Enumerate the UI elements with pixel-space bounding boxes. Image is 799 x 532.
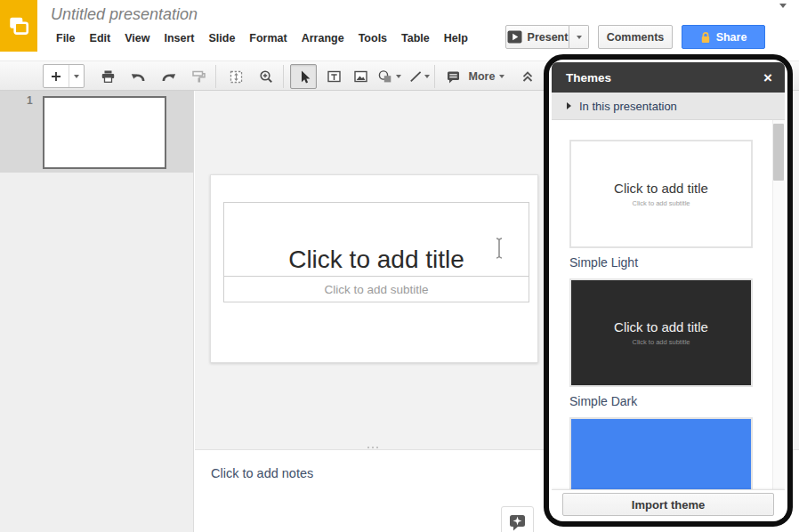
present-label: Present — [528, 31, 569, 44]
chevron-down-icon — [424, 75, 430, 78]
menu-edit[interactable]: Edit — [83, 30, 118, 46]
theme-thumbnail[interactable]: Click to add title Click to add subtitle — [569, 140, 753, 248]
theme-thumb-title: Click to add title — [614, 181, 708, 196]
themes-panel-highlight-border: Themes × In this presentation Click to a… — [544, 54, 793, 527]
share-label: Share — [716, 31, 747, 44]
shape-icon — [377, 69, 393, 84]
lock-icon — [700, 31, 711, 44]
toolbar-separator — [215, 65, 216, 88]
slide-editor[interactable]: Click to add title Click to add subtitle — [210, 174, 538, 363]
notes-placeholder-text: Click to add notes — [211, 466, 313, 480]
import-theme-button[interactable]: Import theme — [562, 493, 774, 516]
line-options-caret[interactable] — [421, 64, 432, 89]
theme-thumb-subtitle: Click to add subtitle — [632, 199, 690, 207]
themes-panel-header: Themes × — [552, 62, 785, 93]
close-icon[interactable]: × — [763, 70, 772, 85]
present-button[interactable]: Present — [505, 25, 569, 49]
fit-to-window-button[interactable] — [222, 64, 249, 89]
theme-card-simple-light[interactable]: Click to add title Click to add subtitle… — [569, 140, 753, 270]
chevron-down-icon — [74, 75, 79, 78]
menu-insert[interactable]: Insert — [157, 30, 201, 46]
menu-file[interactable]: File — [49, 30, 83, 46]
hide-menus-caret-icon[interactable] — [779, 4, 787, 8]
paint-roller-icon — [191, 69, 206, 84]
new-slide-split-button — [43, 64, 85, 88]
filmstrip-selected-row[interactable]: 1 — [0, 91, 194, 173]
import-theme-label: Import theme — [632, 498, 705, 512]
themes-panel-footer: Import theme — [552, 489, 785, 519]
subtitle-placeholder-text: Click to add subtitle — [324, 283, 428, 296]
chevron-down-icon — [577, 36, 582, 39]
collapse-toolbar-button[interactable] — [514, 64, 541, 89]
explore-star-bubble-icon — [508, 513, 527, 532]
chevron-down-icon — [499, 75, 504, 78]
app-header: Untitled presentation File Edit View Ins… — [0, 0, 799, 60]
comments-button[interactable]: Comments — [598, 25, 673, 49]
redo-icon — [161, 70, 176, 84]
share-button[interactable]: Share — [682, 25, 765, 49]
undo-icon — [131, 70, 146, 84]
menu-help[interactable]: Help — [437, 30, 475, 46]
magnifier-plus-icon — [259, 69, 274, 85]
theme-thumbnail[interactable]: Click to add title Click to add subtitle — [569, 417, 753, 489]
print-button[interactable] — [94, 64, 121, 89]
document-title[interactable]: Untitled presentation — [51, 5, 198, 24]
toolbar-separator — [434, 65, 435, 88]
present-play-icon — [507, 30, 522, 44]
menu-slide[interactable]: Slide — [201, 30, 242, 46]
theme-name-label: Simple Light — [569, 255, 753, 270]
theme-thumbnail[interactable]: Click to add title Click to add subtitle — [569, 278, 753, 387]
paint-format-button[interactable] — [185, 64, 212, 89]
image-icon — [353, 69, 368, 84]
double-chevron-up-icon — [521, 69, 535, 84]
slide-thumbnail[interactable] — [43, 96, 166, 169]
menu-arrange[interactable]: Arrange — [295, 30, 351, 46]
fit-window-icon — [229, 69, 244, 85]
zoom-button[interactable] — [253, 64, 279, 89]
theme-card-simple-dark[interactable]: Click to add title Click to add subtitle… — [569, 278, 753, 409]
chevron-down-icon — [396, 75, 401, 78]
title-placeholder-text: Click to add title — [288, 246, 464, 274]
plus-icon — [49, 69, 63, 84]
slides-logo-icon — [7, 14, 30, 37]
menu-bar: File Edit View Insert Slide Format Arran… — [49, 30, 475, 46]
new-slide-button[interactable] — [44, 65, 69, 87]
slides-logo[interactable] — [0, 0, 37, 52]
explore-button[interactable] — [501, 506, 534, 532]
select-tool-button[interactable] — [290, 64, 317, 89]
menu-table[interactable]: Table — [394, 30, 437, 46]
slide-number: 1 — [27, 94, 33, 107]
undo-button[interactable] — [125, 64, 151, 89]
notes-drag-handle-icon[interactable] — [367, 447, 378, 448]
menu-format[interactable]: Format — [242, 30, 294, 46]
toolbar-separator — [283, 65, 284, 88]
cursor-arrow-icon — [296, 69, 311, 85]
text-box-button[interactable] — [320, 64, 347, 89]
panel-scrollbar[interactable] — [772, 120, 785, 489]
insert-image-button[interactable] — [347, 64, 374, 89]
redo-button[interactable] — [155, 64, 182, 89]
comments-label: Comments — [607, 31, 665, 44]
text-box-icon — [327, 69, 342, 84]
menu-view[interactable]: View — [117, 30, 157, 46]
triangle-right-icon — [567, 102, 571, 109]
text-cursor-icon — [494, 237, 504, 260]
new-slide-layout-caret[interactable] — [69, 65, 84, 87]
slide-filmstrip: 1 — [0, 91, 194, 532]
theme-thumb-subtitle: Click to add subtitle — [632, 338, 690, 346]
comment-icon — [446, 69, 461, 85]
header-actions: Present Comments Share — [505, 25, 765, 49]
section-label: In this presentation — [579, 100, 677, 113]
theme-name-label: Simple Dark — [569, 394, 753, 409]
more-label: More — [469, 70, 496, 83]
title-placeholder-box[interactable]: Click to add title — [223, 202, 529, 277]
present-options-button[interactable] — [569, 25, 589, 49]
more-tools-button[interactable]: More — [463, 64, 511, 89]
in-this-presentation-section[interactable]: In this presentation — [552, 93, 785, 120]
theme-card-blue[interactable]: Click to add title Click to add subtitle — [569, 417, 753, 489]
subtitle-placeholder-box[interactable]: Click to add subtitle — [223, 277, 529, 302]
google-slides-app: Untitled presentation File Edit View Ins… — [0, 0, 799, 532]
scrollbar-thumb[interactable] — [773, 124, 784, 181]
menu-tools[interactable]: Tools — [351, 30, 394, 46]
printer-icon — [101, 69, 116, 84]
